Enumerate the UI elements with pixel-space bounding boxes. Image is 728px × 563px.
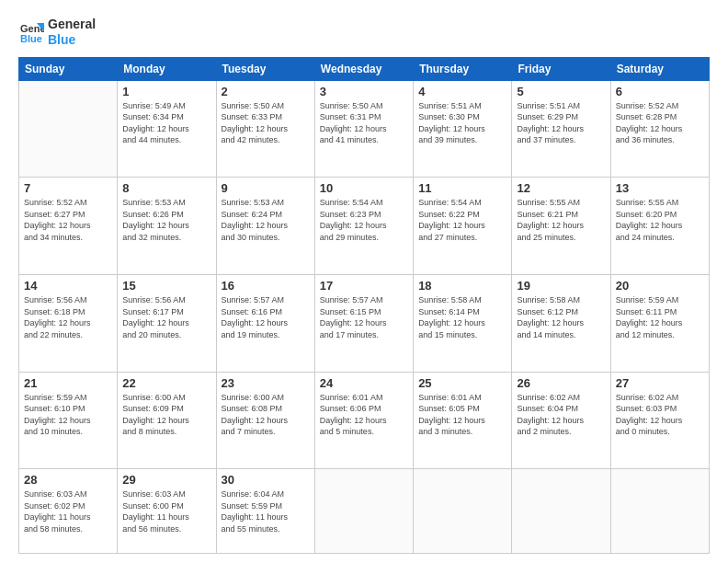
calendar-cell: 22Sunrise: 6:00 AM Sunset: 6:09 PM Dayli… (118, 372, 216, 469)
day-info: Sunrise: 5:52 AM Sunset: 6:27 PM Dayligh… (24, 197, 112, 243)
day-number: 28 (24, 473, 112, 487)
day-number: 21 (24, 376, 112, 390)
day-number: 30 (222, 473, 310, 487)
calendar-cell: 23Sunrise: 6:00 AM Sunset: 6:08 PM Dayli… (216, 372, 314, 469)
day-info: Sunrise: 5:57 AM Sunset: 6:15 PM Dayligh… (320, 294, 408, 340)
calendar-cell: 16Sunrise: 5:57 AM Sunset: 6:16 PM Dayli… (216, 274, 314, 372)
weekday-header: Thursday (414, 57, 512, 80)
calendar-cell: 21Sunrise: 5:59 AM Sunset: 6:10 PM Dayli… (19, 372, 118, 469)
day-info: Sunrise: 5:55 AM Sunset: 6:21 PM Dayligh… (517, 197, 605, 243)
day-info: Sunrise: 5:53 AM Sunset: 6:24 PM Dayligh… (222, 197, 310, 243)
day-number: 11 (418, 181, 506, 195)
logo-general: General (48, 17, 96, 32)
calendar-cell: 18Sunrise: 5:58 AM Sunset: 6:14 PM Dayli… (414, 274, 512, 372)
day-number: 22 (122, 376, 210, 390)
calendar-cell: 26Sunrise: 6:02 AM Sunset: 6:04 PM Dayli… (512, 372, 610, 469)
day-info: Sunrise: 6:00 AM Sunset: 6:09 PM Dayligh… (122, 392, 210, 438)
day-info: Sunrise: 5:52 AM Sunset: 6:28 PM Dayligh… (616, 100, 704, 146)
day-number: 24 (320, 376, 408, 390)
calendar-cell: 1Sunrise: 5:49 AM Sunset: 6:34 PM Daylig… (118, 80, 216, 178)
calendar-week-row: 28Sunrise: 6:03 AM Sunset: 6:02 PM Dayli… (19, 469, 710, 554)
day-number: 10 (320, 181, 408, 195)
calendar-cell: 15Sunrise: 5:56 AM Sunset: 6:17 PM Dayli… (118, 274, 216, 372)
day-number: 9 (222, 181, 310, 195)
day-info: Sunrise: 5:50 AM Sunset: 6:33 PM Dayligh… (222, 100, 310, 146)
day-number: 12 (517, 181, 605, 195)
day-number: 15 (122, 279, 210, 293)
calendar-cell: 14Sunrise: 5:56 AM Sunset: 6:18 PM Dayli… (19, 274, 118, 372)
day-number: 4 (418, 85, 506, 98)
calendar-week-row: 21Sunrise: 5:59 AM Sunset: 6:10 PM Dayli… (19, 372, 710, 469)
day-info: Sunrise: 6:01 AM Sunset: 6:06 PM Dayligh… (320, 392, 408, 438)
day-info: Sunrise: 5:58 AM Sunset: 6:14 PM Dayligh… (418, 294, 506, 340)
day-number: 29 (122, 473, 210, 487)
day-number: 1 (122, 85, 210, 98)
calendar-week-row: 14Sunrise: 5:56 AM Sunset: 6:18 PM Dayli… (19, 274, 710, 372)
calendar-cell: 24Sunrise: 6:01 AM Sunset: 6:06 PM Dayli… (314, 372, 413, 469)
day-info: Sunrise: 5:59 AM Sunset: 6:10 PM Dayligh… (24, 392, 112, 438)
calendar-cell: 17Sunrise: 5:57 AM Sunset: 6:15 PM Dayli… (314, 274, 413, 372)
day-number: 27 (616, 376, 704, 390)
day-info: Sunrise: 6:00 AM Sunset: 6:08 PM Dayligh… (222, 392, 310, 438)
day-info: Sunrise: 6:03 AM Sunset: 6:02 PM Dayligh… (24, 488, 112, 534)
day-number: 19 (517, 279, 605, 293)
calendar-cell (414, 469, 512, 554)
calendar-cell: 30Sunrise: 6:04 AM Sunset: 5:59 PM Dayli… (216, 469, 314, 554)
calendar-cell: 27Sunrise: 6:02 AM Sunset: 6:03 PM Dayli… (610, 372, 709, 469)
day-info: Sunrise: 6:03 AM Sunset: 6:00 PM Dayligh… (122, 488, 210, 534)
calendar-cell (610, 469, 709, 554)
calendar-cell (19, 80, 118, 178)
day-info: Sunrise: 5:56 AM Sunset: 6:17 PM Dayligh… (122, 294, 210, 340)
day-number: 8 (122, 181, 210, 195)
day-info: Sunrise: 5:58 AM Sunset: 6:12 PM Dayligh… (517, 294, 605, 340)
calendar-week-row: 7Sunrise: 5:52 AM Sunset: 6:27 PM Daylig… (19, 178, 710, 275)
day-info: Sunrise: 5:51 AM Sunset: 6:30 PM Dayligh… (418, 100, 506, 146)
calendar-cell: 9Sunrise: 5:53 AM Sunset: 6:24 PM Daylig… (216, 178, 314, 275)
calendar-cell: 10Sunrise: 5:54 AM Sunset: 6:23 PM Dayli… (314, 178, 413, 275)
calendar-cell: 28Sunrise: 6:03 AM Sunset: 6:02 PM Dayli… (19, 469, 118, 554)
day-number: 14 (24, 279, 112, 293)
calendar-cell: 11Sunrise: 5:54 AM Sunset: 6:22 PM Dayli… (414, 178, 512, 275)
calendar-cell: 2Sunrise: 5:50 AM Sunset: 6:33 PM Daylig… (216, 80, 314, 178)
day-number: 16 (222, 279, 310, 293)
weekday-header: Saturday (610, 57, 709, 80)
day-number: 13 (616, 181, 704, 195)
header: General Blue General Blue (18, 17, 710, 48)
calendar-cell: 7Sunrise: 5:52 AM Sunset: 6:27 PM Daylig… (19, 178, 118, 275)
calendar-cell: 6Sunrise: 5:52 AM Sunset: 6:28 PM Daylig… (610, 80, 709, 178)
day-info: Sunrise: 5:59 AM Sunset: 6:11 PM Dayligh… (616, 294, 704, 340)
day-number: 17 (320, 279, 408, 293)
calendar-cell (512, 469, 610, 554)
weekday-header: Tuesday (216, 57, 314, 80)
day-number: 6 (616, 85, 704, 98)
calendar-cell: 25Sunrise: 6:01 AM Sunset: 6:05 PM Dayli… (414, 372, 512, 469)
day-info: Sunrise: 5:49 AM Sunset: 6:34 PM Dayligh… (122, 100, 210, 146)
day-info: Sunrise: 6:02 AM Sunset: 6:04 PM Dayligh… (517, 392, 605, 438)
calendar-cell: 12Sunrise: 5:55 AM Sunset: 6:21 PM Dayli… (512, 178, 610, 275)
calendar-week-row: 1Sunrise: 5:49 AM Sunset: 6:34 PM Daylig… (19, 80, 710, 178)
calendar-header-row: SundayMondayTuesdayWednesdayThursdayFrid… (19, 57, 710, 80)
calendar-cell: 29Sunrise: 6:03 AM Sunset: 6:00 PM Dayli… (118, 469, 216, 554)
calendar-cell: 3Sunrise: 5:50 AM Sunset: 6:31 PM Daylig… (314, 80, 413, 178)
day-number: 5 (517, 85, 605, 98)
weekday-header: Monday (118, 57, 216, 80)
day-number: 2 (222, 85, 310, 98)
day-info: Sunrise: 5:54 AM Sunset: 6:22 PM Dayligh… (418, 197, 506, 243)
calendar-cell: 13Sunrise: 5:55 AM Sunset: 6:20 PM Dayli… (610, 178, 709, 275)
logo-blue: Blue (48, 32, 96, 48)
logo-icon: General Blue (18, 19, 44, 45)
weekday-header: Friday (512, 57, 610, 80)
day-number: 7 (24, 181, 112, 195)
calendar-cell: 20Sunrise: 5:59 AM Sunset: 6:11 PM Dayli… (610, 274, 709, 372)
day-info: Sunrise: 6:04 AM Sunset: 5:59 PM Dayligh… (222, 488, 310, 534)
svg-text:Blue: Blue (20, 33, 42, 44)
calendar-cell (314, 469, 413, 554)
day-number: 3 (320, 85, 408, 98)
day-number: 18 (418, 279, 506, 293)
day-info: Sunrise: 5:50 AM Sunset: 6:31 PM Dayligh… (320, 100, 408, 146)
day-info: Sunrise: 5:53 AM Sunset: 6:26 PM Dayligh… (122, 197, 210, 243)
day-info: Sunrise: 6:01 AM Sunset: 6:05 PM Dayligh… (418, 392, 506, 438)
day-info: Sunrise: 5:51 AM Sunset: 6:29 PM Dayligh… (517, 100, 605, 146)
day-info: Sunrise: 5:57 AM Sunset: 6:16 PM Dayligh… (222, 294, 310, 340)
weekday-header: Sunday (19, 57, 118, 80)
